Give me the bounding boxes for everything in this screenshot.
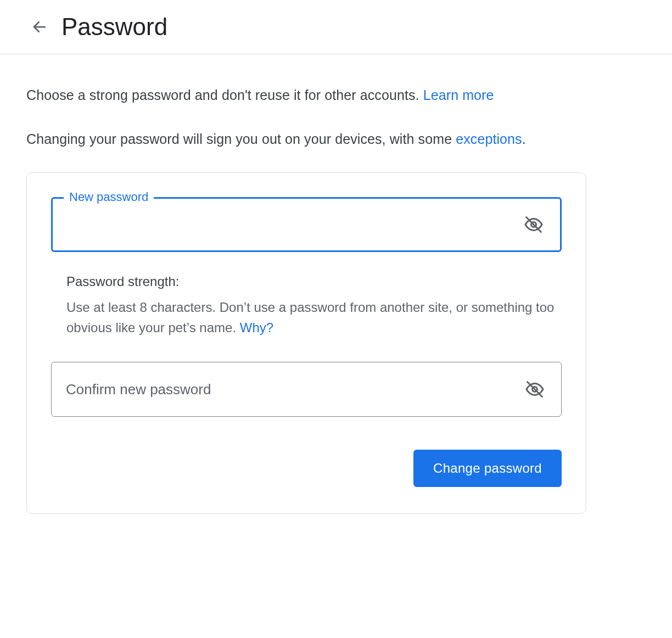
new-password-field-wrap: New password (51, 197, 562, 252)
back-button[interactable] (26, 14, 53, 40)
toggle-new-password-visibility[interactable] (520, 211, 547, 238)
new-password-label: New password (64, 190, 154, 204)
confirm-password-input[interactable] (65, 380, 522, 399)
page-header: Password (0, 0, 672, 54)
change-password-button[interactable]: Change password (413, 450, 562, 487)
password-strength-title: Password strength: (66, 274, 562, 289)
intro-text: Choose a strong password and don't reuse… (26, 85, 646, 149)
eye-off-icon (525, 379, 545, 399)
password-strength-block: Password strength: Use at least 8 charac… (66, 274, 562, 338)
new-password-input[interactable] (66, 216, 520, 234)
intro-line2-text: Changing your password will sign you out… (26, 131, 456, 147)
intro-line1-text: Choose a strong password and don't reuse… (26, 87, 423, 103)
why-link[interactable]: Why? (240, 320, 273, 335)
exceptions-link[interactable]: exceptions (456, 131, 522, 147)
learn-more-link[interactable]: Learn more (423, 87, 494, 103)
arrow-left-icon (31, 19, 48, 35)
content-area: Choose a strong password and don't reuse… (0, 54, 672, 540)
new-password-field: New password (51, 197, 562, 252)
confirm-password-field (51, 362, 562, 417)
password-card: New password Password strength: Use at l… (26, 172, 586, 514)
password-strength-body: Use at least 8 characters. Don’t use a p… (66, 297, 562, 338)
toggle-confirm-password-visibility[interactable] (522, 376, 548, 402)
page-title: Password (61, 13, 167, 41)
password-strength-text: Use at least 8 characters. Don’t use a p… (66, 300, 554, 335)
intro-line2-after: . (522, 131, 526, 147)
eye-off-icon (524, 215, 544, 234)
button-row: Change password (51, 450, 562, 487)
